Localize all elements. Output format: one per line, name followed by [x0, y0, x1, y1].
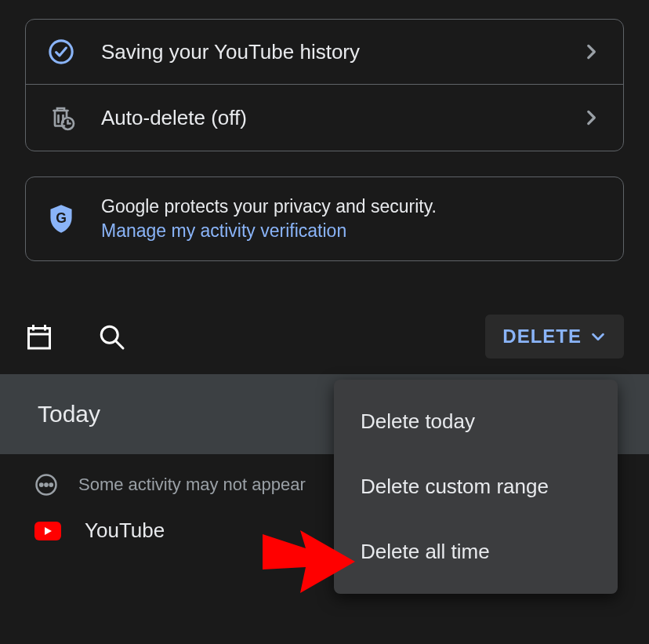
manage-verification-link[interactable]: Manage my activity verification	[101, 220, 601, 242]
calendar-icon[interactable]	[25, 322, 53, 351]
privacy-row: G Google protects your privacy and secur…	[26, 177, 623, 260]
history-settings-card: Saving your YouTube history Auto	[25, 19, 624, 151]
chevron-down-icon	[589, 328, 607, 345]
svg-point-0	[50, 41, 72, 63]
saving-history-label: Saving your YouTube history	[101, 40, 581, 64]
svg-point-7	[40, 483, 42, 486]
privacy-text: Google protects your privacy and securit…	[101, 196, 601, 217]
more-horizontal-icon[interactable]	[34, 473, 58, 497]
activity-toolbar: DELETE	[0, 286, 649, 374]
delete-all-time-option[interactable]: Delete all time	[334, 519, 618, 584]
check-circle-icon	[48, 38, 79, 65]
chevron-right-icon	[581, 107, 601, 128]
shield-icon: G	[48, 204, 79, 234]
activity-notice-text: Some activity may not appear	[78, 475, 306, 495]
svg-line-5	[116, 341, 123, 348]
delete-dropdown: Delete today Delete custom range Delete …	[334, 380, 618, 594]
youtube-icon	[34, 522, 61, 540]
saving-history-row[interactable]: Saving your YouTube history	[26, 20, 623, 84]
activity-app-name: YouTube	[85, 518, 165, 543]
delete-button-label: DELETE	[502, 326, 582, 347]
auto-delete-icon	[48, 104, 79, 132]
svg-point-9	[50, 483, 53, 486]
auto-delete-label: Auto-delete (off)	[101, 106, 581, 130]
delete-button[interactable]: DELETE	[485, 315, 624, 358]
delete-custom-range-option[interactable]: Delete custom range	[334, 454, 618, 519]
auto-delete-row[interactable]: Auto-delete (off)	[26, 84, 623, 151]
svg-text:G: G	[56, 210, 67, 226]
delete-today-option[interactable]: Delete today	[334, 389, 618, 454]
svg-point-8	[45, 483, 47, 486]
privacy-card: G Google protects your privacy and secur…	[25, 176, 624, 261]
svg-rect-3	[29, 329, 50, 349]
chevron-right-icon	[581, 42, 601, 62]
search-icon[interactable]	[97, 322, 125, 351]
